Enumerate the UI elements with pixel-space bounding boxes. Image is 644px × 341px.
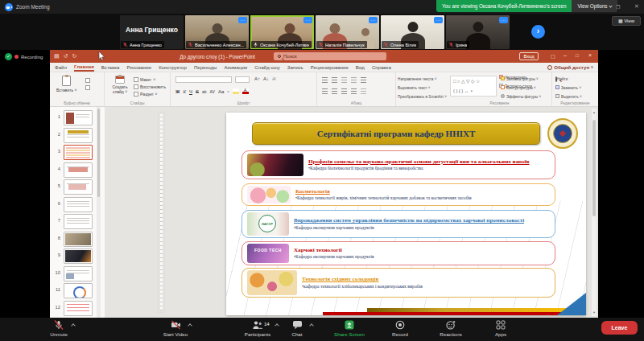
ppt-minimize-button[interactable]: – <box>564 52 567 58</box>
smartart-button[interactable]: Преобразовать в SmartArt ˅ <box>398 92 447 101</box>
slide-thumbnail-1[interactable] <box>64 110 93 125</box>
align-text-button[interactable]: Выровнять текст ˅ <box>398 84 447 92</box>
find-button[interactable]: Найти <box>555 75 582 84</box>
window-minimize-button[interactable]: – <box>599 3 602 9</box>
replace-button[interactable]: Заменить ˅ <box>555 84 582 92</box>
slide-thumbnail-5[interactable] <box>64 179 93 195</box>
paste-button[interactable]: Вставить ˅ <box>56 76 77 92</box>
share-screen-button[interactable]: Share Screen <box>327 320 372 337</box>
slide-thumbnail-7[interactable] <box>64 214 93 229</box>
tab-home[interactable]: Главная <box>74 64 94 72</box>
text-direction-button[interactable]: Направление текста ˅ <box>398 75 447 84</box>
slide-scrollbar[interactable]: ▲▼ <box>592 109 597 316</box>
program-box-haccp[interactable]: НАССР Впровадження систем управління без… <box>242 210 555 238</box>
video-tile-anna[interactable]: Анна Грищенко Анна Грищенко <box>120 15 184 49</box>
window-close-button[interactable]: ✕ <box>634 3 639 10</box>
tile-menu-button[interactable]: ··· <box>499 17 508 23</box>
tile-menu-button[interactable]: ··· <box>369 17 378 23</box>
list-buttons[interactable] <box>322 77 366 83</box>
font-size-buttons[interactable]: А↑А↓А̸ <box>254 76 275 81</box>
reset-button[interactable]: Восстановить <box>134 83 166 90</box>
tile-menu-button[interactable]: ··· <box>238 17 247 23</box>
undo-icon[interactable]: ↺ <box>64 52 68 60</box>
tab-record[interactable]: Запись <box>287 64 303 70</box>
tab-file[interactable]: Файл <box>55 64 67 70</box>
chat-button[interactable]: Chat <box>275 320 320 337</box>
reactions-button[interactable]: Reactions <box>428 320 473 337</box>
new-slide-button[interactable]: Создать слайд ˅ <box>108 76 132 94</box>
start-video-button[interactable]: Start Video <box>153 320 198 337</box>
clipboard-mini-buttons[interactable] <box>85 76 90 91</box>
video-tile-vasylchenko[interactable]: ··· Васильченко Алексан... <box>185 15 249 49</box>
tile-menu-button[interactable]: ··· <box>303 17 312 23</box>
redo-icon[interactable]: ↻ <box>72 52 77 60</box>
layout-button[interactable]: Макет ˅ <box>134 76 166 83</box>
tab-draw[interactable]: Рисование <box>126 64 151 70</box>
video-tile-iryna[interactable]: ··· Ірина <box>446 15 510 49</box>
apps-button[interactable]: Apps <box>478 320 523 337</box>
font-name-input[interactable] <box>175 76 232 83</box>
section-button[interactable]: Раздел ˅ <box>134 90 166 97</box>
slide-thumbnail-9[interactable] <box>64 249 93 264</box>
program-box-food-tech[interactable]: FOOD TECH Харчові технології •Кафедра ек… <box>242 241 555 265</box>
program-box-cosmetology[interactable]: Косметологія •Кафедра технології жирів, … <box>242 183 555 206</box>
slide-thumbnail-4[interactable] <box>64 162 93 178</box>
highlight-color-button[interactable] <box>233 88 239 94</box>
video-tile-oksana-active-speaker[interactable]: ··· Оксана Кочубей-Литвин... <box>250 15 314 49</box>
select-button[interactable]: Выделить ˅ <box>555 92 582 101</box>
leave-button[interactable]: Leave <box>601 321 638 335</box>
view-layout-button[interactable]: ▦ View <box>612 16 641 26</box>
tile-menu-button[interactable]: ··· <box>434 17 443 23</box>
save-icon[interactable]: ▤ <box>54 52 60 60</box>
align-buttons[interactable] <box>322 88 366 94</box>
participant-name-label: Наталія Павельчук <box>316 41 367 48</box>
slide-thumbnail-3-selected[interactable] <box>64 145 93 160</box>
tab-review[interactable]: Рецензирование <box>311 64 349 70</box>
ribbon-display-options-icon[interactable]: ▢ <box>551 53 555 59</box>
shape-effects-button[interactable]: Эффекты фигуры ˅ <box>501 92 541 101</box>
slide-thumbnail-6[interactable] <box>64 197 93 212</box>
unmute-button[interactable]: Unmute <box>36 320 81 337</box>
font-color-button[interactable]: А <box>242 88 249 94</box>
search-box[interactable]: Поиск <box>274 52 386 60</box>
tab-transitions[interactable]: Переходы <box>194 64 217 70</box>
powerpoint-window: ▤ ↺ ↻ До другого слоу (1) - PowerPoint П… <box>50 50 598 318</box>
group-label: Слайды <box>105 101 170 105</box>
video-tile-natalia[interactable]: ··· Наталія Павельчук <box>316 15 379 49</box>
chevron-up-icon[interactable] <box>309 323 314 328</box>
shape-outline-button[interactable]: Контур фигуры ˅ <box>501 84 541 92</box>
ppt-close-button[interactable]: × <box>588 52 592 58</box>
slide-thumbnail-10[interactable] <box>64 266 93 281</box>
tab-slideshow[interactable]: Слайд-шоу <box>254 64 280 70</box>
sign-in-button[interactable]: Вход <box>519 52 539 60</box>
font-style-buttons[interactable]: Ж К Ч S ab AV Аа˅ А <box>175 88 249 94</box>
tab-view[interactable]: Вид <box>356 64 365 70</box>
window-maximize-button[interactable]: ❐ <box>616 4 620 10</box>
tab-design[interactable]: Конструктор <box>159 64 187 70</box>
font-size-input[interactable] <box>235 76 250 83</box>
slide-thumbnail-11[interactable] <box>64 283 93 298</box>
next-participants-page-button[interactable]: › <box>531 25 545 39</box>
slide-thumbnail-2[interactable] <box>64 128 93 143</box>
share-document-button[interactable]: Общий доступ ˅ <box>547 64 593 70</box>
slide-thumbnail-8[interactable] <box>64 232 93 247</box>
tab-insert[interactable]: Вставка <box>101 64 120 70</box>
ppt-restore-button[interactable]: □ <box>576 53 579 58</box>
program-box-sommelier[interactable]: Професія сомельє та науково-практичні ос… <box>242 150 555 179</box>
program-box-sweets[interactable]: Технологія східних солодощів •кафедра те… <box>242 268 555 298</box>
chevron-up-icon[interactable] <box>71 323 76 328</box>
thumbnail-scrollbar[interactable] <box>97 107 101 318</box>
video-tile-olena[interactable]: ··· Олена Білик <box>381 15 444 49</box>
chevron-up-icon[interactable] <box>188 323 192 328</box>
ribbon-group-clipboard: Вставить ˅ Буфер обмена <box>50 72 105 106</box>
slide-thumbnail-12[interactable] <box>64 301 93 316</box>
tab-help[interactable]: Справка <box>372 64 391 70</box>
security-shield-icon[interactable]: ✓ <box>5 53 12 60</box>
record-button[interactable]: Record <box>378 320 423 337</box>
tab-animations[interactable]: Анимации <box>224 64 247 70</box>
shapes-gallery[interactable]: □○△▽◇☆ (){}↔⋆ <box>450 76 497 97</box>
slide-title[interactable]: Сертифікатні програми кафедр ННІХТ <box>252 122 540 145</box>
participants-button[interactable]: 14 Participants <box>235 320 280 337</box>
shape-fill-button[interactable]: Заливка фигуры ˅ <box>501 75 541 84</box>
view-options-button[interactable]: View Options <box>572 0 617 12</box>
